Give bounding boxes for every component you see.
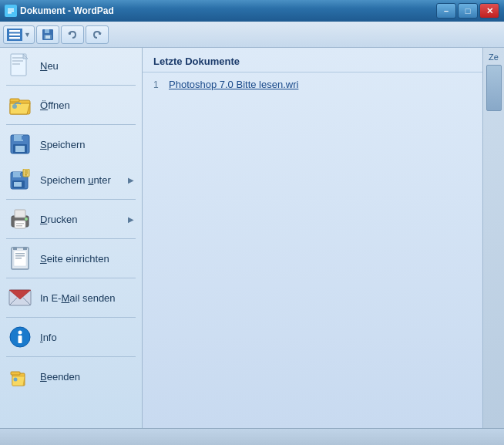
svg-rect-6 xyxy=(9,37,20,39)
minimize-button[interactable]: – xyxy=(436,3,456,19)
divider-5 xyxy=(6,278,136,278)
menu-item-exit[interactable]: Beenden xyxy=(0,359,142,394)
side-panel: Ze xyxy=(482,48,504,428)
svg-rect-31 xyxy=(20,173,22,176)
recent-docs-panel: Letzte Dokumente 1 Photoshop 7.0 Bitte l… xyxy=(143,48,482,428)
svg-rect-37 xyxy=(15,210,25,217)
menu-item-email[interactable]: In E-Mail senden xyxy=(0,280,142,315)
svg-rect-55 xyxy=(18,335,22,343)
svg-rect-8 xyxy=(45,29,49,33)
svg-point-21 xyxy=(12,104,17,109)
svg-rect-39 xyxy=(16,223,24,224)
svg-rect-4 xyxy=(9,30,20,32)
menu-item-open[interactable]: Öffnen xyxy=(0,87,142,123)
saveas-arrow: ▶ xyxy=(128,176,134,184)
menu-info-label: Info xyxy=(40,332,134,343)
titlebar: Dokument - WordPad – □ ✕ xyxy=(0,0,504,22)
menu-exit-label: Beenden xyxy=(40,371,134,383)
svg-rect-26 xyxy=(22,136,24,140)
svg-rect-15 xyxy=(12,60,23,62)
recent-doc-number: 1 xyxy=(153,79,164,90)
divider-7 xyxy=(6,356,136,357)
menu-email-label: In E-Mail senden xyxy=(40,292,134,304)
divider-3 xyxy=(6,199,136,200)
statusbar xyxy=(0,428,504,445)
close-button[interactable]: ✕ xyxy=(479,3,499,19)
menu-pagesetup-label: Seite einrichten xyxy=(40,253,134,265)
svg-rect-1 xyxy=(8,8,14,10)
new-icon xyxy=(8,53,32,78)
svg-rect-44 xyxy=(15,253,25,255)
svg-rect-45 xyxy=(15,255,25,257)
main-container: Neu Öffnen xyxy=(0,48,504,428)
svg-rect-25 xyxy=(15,146,25,152)
undo-button[interactable] xyxy=(61,25,84,44)
svg-rect-46 xyxy=(15,258,22,259)
svg-rect-33 xyxy=(25,170,28,172)
svg-point-54 xyxy=(18,331,22,335)
divider-4 xyxy=(6,238,136,239)
svg-rect-30 xyxy=(14,182,22,187)
menu-item-saveas[interactable]: Speichern unter ▶ xyxy=(0,162,142,197)
menu-saveas-label: Speichern unter xyxy=(40,174,120,186)
redo-button[interactable] xyxy=(86,25,109,44)
svg-rect-38 xyxy=(15,221,25,228)
print-icon xyxy=(8,207,32,231)
app-icon xyxy=(5,5,17,17)
toolbar: ▼ xyxy=(0,22,504,48)
svg-rect-14 xyxy=(12,57,23,59)
window-controls: – □ ✕ xyxy=(436,3,499,19)
print-arrow: ▶ xyxy=(128,215,134,224)
dropdown-arrow: ▼ xyxy=(24,31,31,39)
menu-open-label: Öffnen xyxy=(40,99,134,111)
menu-save-label: Speichern xyxy=(40,139,134,150)
svg-point-58 xyxy=(14,378,18,382)
svg-rect-20 xyxy=(10,99,19,102)
svg-rect-34 xyxy=(25,173,28,174)
save-icon xyxy=(8,132,32,157)
exit-icon xyxy=(8,364,32,389)
saveas-icon xyxy=(8,167,32,192)
info-icon xyxy=(8,325,32,349)
menu-item-new[interactable]: Neu xyxy=(0,48,142,83)
svg-rect-48 xyxy=(23,247,27,250)
svg-rect-2 xyxy=(8,11,14,12)
recent-doc-name: Photoshop 7.0 Bitte lesen.wri xyxy=(169,79,298,90)
open-icon xyxy=(8,93,32,117)
svg-rect-57 xyxy=(11,372,20,375)
menu-new-label: Neu xyxy=(40,60,134,72)
svg-point-41 xyxy=(25,217,28,221)
divider-6 xyxy=(6,317,136,318)
divider-2 xyxy=(6,124,136,125)
menu-icon xyxy=(7,29,22,41)
maximize-button[interactable]: □ xyxy=(458,3,478,19)
menu-dropdown-button[interactable]: ▼ xyxy=(3,25,35,44)
side-panel-scrollbar[interactable] xyxy=(486,65,502,111)
window-title: Dokument - WordPad xyxy=(20,5,436,16)
svg-rect-28 xyxy=(13,172,21,177)
pagesetup-icon xyxy=(8,246,32,271)
svg-rect-16 xyxy=(12,63,20,65)
svg-rect-10 xyxy=(45,35,50,39)
recent-doc-item[interactable]: 1 Photoshop 7.0 Bitte lesen.wri xyxy=(143,76,482,93)
divider-1 xyxy=(6,85,136,86)
menu-item-pagesetup[interactable]: Seite einrichten xyxy=(0,241,142,276)
svg-rect-35 xyxy=(25,174,27,176)
menu-item-info[interactable]: Info xyxy=(0,319,142,355)
email-icon xyxy=(8,285,32,310)
svg-rect-47 xyxy=(13,247,17,250)
svg-rect-5 xyxy=(9,33,20,35)
side-panel-label: Ze xyxy=(489,52,499,62)
recent-docs-header: Letzte Dokumente xyxy=(143,48,482,72)
menu-item-save[interactable]: Speichern xyxy=(0,126,142,162)
menu-item-print[interactable]: Drucken ▶ xyxy=(0,201,142,237)
quick-save-button[interactable] xyxy=(36,25,59,44)
menu-print-label: Drucken xyxy=(40,214,120,225)
svg-rect-40 xyxy=(16,225,22,227)
menu-panel: Neu Öffnen xyxy=(0,48,143,428)
svg-rect-3 xyxy=(8,12,12,14)
